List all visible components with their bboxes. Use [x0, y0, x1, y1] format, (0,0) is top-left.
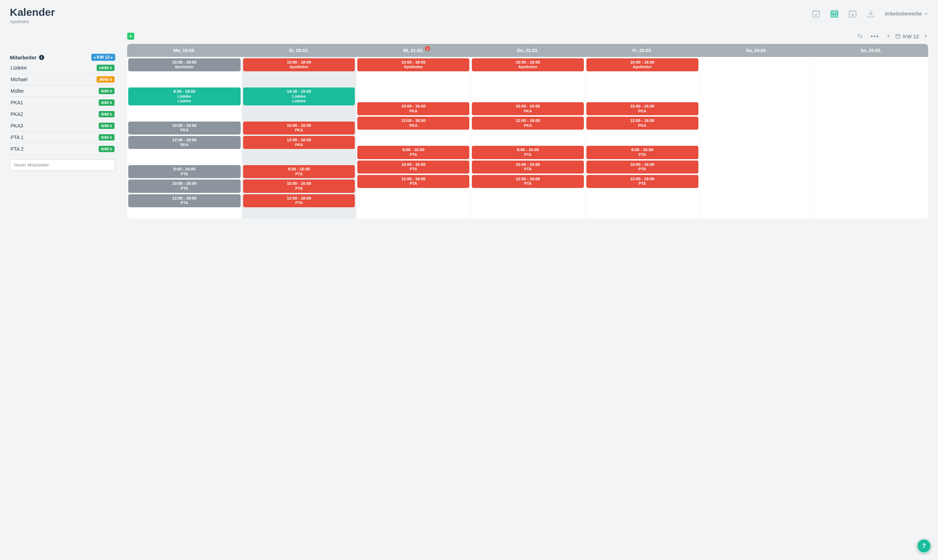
calendar-column[interactable]: 10:00 - 18:00Apotheker10:00 - 16:00PKA12… — [356, 57, 471, 218]
day-header[interactable]: Sa, 24.03. — [700, 44, 814, 57]
employee-row[interactable]: Michael38/40 h — [10, 74, 115, 85]
calendar-check-icon[interactable] — [812, 9, 821, 18]
gear-icon[interactable] — [857, 33, 863, 39]
calendar-column[interactable]: 10:00 - 18:00Apotheker8:30 - 18:00Lüdeke… — [127, 57, 242, 218]
info-icon[interactable]: i — [39, 55, 44, 60]
shift-time: 10:00 - 16:00 — [244, 181, 354, 186]
employee-row[interactable]: PKA10/40 h — [10, 97, 115, 109]
shift-event[interactable]: 12:00 - 18:00PTA — [243, 194, 355, 207]
shift-event[interactable]: 10:00 - 16:00PKA — [128, 122, 241, 135]
shift-event[interactable]: 12:00 - 18:00PTA — [586, 175, 698, 188]
chevron-left-icon[interactable]: ◄ — [93, 55, 96, 59]
shift-event[interactable]: 8:00 - 16:00PTA — [586, 146, 698, 159]
group-spacer — [243, 72, 355, 87]
day-header[interactable]: Mi, 21.03.1 — [356, 44, 471, 57]
shift-event[interactable]: 10:00 - 18:00Apotheker — [472, 58, 584, 71]
shift-time: 12:00 - 18:00 — [359, 118, 468, 123]
new-employee-input[interactable] — [10, 159, 115, 171]
shift-time: 12:00 - 18:00 — [244, 196, 354, 201]
shift-event[interactable]: 10:00 - 16:00PTA — [357, 160, 469, 174]
group-spacer — [128, 150, 241, 165]
group-spacer — [472, 87, 584, 102]
workspaces-dropdown[interactable]: Arbeitsbereiche — [884, 11, 928, 17]
layout: Mitarbeiter i ◄ KW 12 ► Lüdeke14/40 hMic… — [10, 33, 928, 218]
employee-name: Lüdeke — [11, 65, 27, 71]
calendar: Mo, 19.03.Di, 20.03.Mi, 21.03.1Do, 22.03… — [127, 44, 928, 218]
day-label: Fr, 23.03. — [632, 48, 652, 53]
group-spacer — [586, 72, 699, 87]
employee-row[interactable]: Müller0/40 h — [10, 85, 115, 97]
shift-event[interactable]: 10:00 - 16:00PTA — [128, 180, 241, 192]
next-week-button[interactable] — [923, 34, 928, 38]
employee-name: PKA2 — [11, 111, 23, 117]
day-header[interactable]: Di, 20.03. — [242, 44, 356, 57]
employee-row[interactable]: PTA 20/40 h — [10, 143, 115, 155]
sidebar-week-badge[interactable]: ◄ KW 12 ► — [91, 54, 115, 61]
calendar-cancel-icon[interactable] — [848, 9, 857, 18]
shift-event[interactable]: 12:00 - 18:00PTA — [357, 175, 469, 188]
day-header[interactable]: Do, 22.03. — [471, 44, 585, 57]
shift-event[interactable]: 10:00 - 16:00PKA — [243, 122, 355, 135]
shift-label: Lüdeke — [130, 94, 239, 99]
calendar-column[interactable] — [813, 57, 928, 218]
shift-time: 12:00 - 18:00 — [244, 137, 354, 142]
main: KW 12 Mo, 19.03.Di, 20.03.Mi, 21.03.1Do,… — [127, 33, 928, 218]
calendar-column[interactable]: 10:00 - 18:00Apotheker14:30 - 19:00Lüdek… — [242, 57, 356, 218]
employee-row[interactable]: PTA 10/40 h — [10, 132, 115, 143]
shift-event[interactable]: 10:00 - 18:00Apotheker — [586, 58, 698, 71]
svg-rect-3 — [896, 34, 900, 38]
shift-event[interactable]: 10:00 - 16:00PTA — [586, 160, 698, 174]
download-icon[interactable] — [866, 9, 875, 18]
week-picker[interactable]: KW 12 — [895, 33, 919, 39]
employee-row[interactable]: PKA30/40 h — [10, 120, 115, 132]
prev-week-button[interactable] — [886, 34, 891, 38]
shift-event[interactable]: 10:00 - 16:00PTA — [243, 180, 355, 192]
calendar-column[interactable]: 10:00 - 18:00Apotheker10:00 - 16:00PKA12… — [585, 57, 700, 218]
group-spacer — [243, 150, 355, 165]
shift-event[interactable]: 12:00 - 18:00PTA — [472, 175, 584, 188]
more-icon[interactable] — [871, 35, 878, 37]
shift-event[interactable]: 8:30 - 18:00LüdekeLüdeke — [128, 88, 241, 105]
employee-name: PTA 1 — [11, 135, 23, 140]
shift-event[interactable]: 14:30 - 19:00LüdekeLüdeke — [243, 88, 355, 105]
shift-event[interactable]: 10:00 - 18:00Apotheker — [128, 58, 241, 71]
shift-time: 10:00 - 18:00 — [473, 60, 583, 65]
shift-time: 8:00 - 16:00 — [588, 147, 697, 152]
shift-time: 12:00 - 18:00 — [588, 118, 697, 123]
shift-event[interactable]: 10:00 - 18:00Apotheker — [357, 58, 469, 71]
shift-event[interactable]: 8:00 - 16:00PTA — [243, 165, 355, 178]
shift-event[interactable]: 10:00 - 16:00PKA — [472, 102, 584, 115]
shift-event[interactable]: 8:00 - 16:00PTA — [472, 146, 584, 159]
group-spacer — [472, 72, 584, 87]
day-header[interactable]: Mo, 19.03. — [127, 44, 242, 57]
shift-event[interactable]: 8:00 - 16:00PTA — [357, 146, 469, 159]
shift-time: 8:00 - 16:00 — [359, 147, 468, 152]
shift-event[interactable]: 10:00 - 16:00PKA — [586, 102, 698, 115]
group-spacer — [357, 87, 470, 102]
shift-event[interactable]: 12:00 - 18:00PTA — [128, 194, 241, 207]
shift-event[interactable]: 12:00 - 18:00PKA — [357, 117, 469, 130]
shift-event[interactable]: 10:00 - 18:00Apotheker — [243, 58, 355, 71]
shift-label: Lüdeke — [244, 94, 354, 99]
chevron-right-icon[interactable]: ► — [110, 55, 114, 59]
shift-event[interactable]: 12:00 - 18:00PKA — [472, 117, 584, 130]
employee-row[interactable]: PKA20/40 h — [10, 109, 115, 120]
chevron-down-icon — [924, 12, 928, 16]
shift-event[interactable]: 10:00 - 16:00PTA — [472, 160, 584, 174]
group-spacer — [815, 58, 927, 72]
shift-event[interactable]: 10:00 - 16:00PKA — [357, 102, 469, 115]
shift-event[interactable]: 12:00 - 18:00PKA — [586, 117, 698, 130]
day-header[interactable]: So, 25.03. — [813, 44, 928, 57]
shift-event[interactable]: 12:00 - 18:00PKA — [243, 136, 355, 149]
employee-row[interactable]: Lüdeke14/40 h — [10, 62, 115, 74]
shift-event[interactable]: 12:00 - 18:00PKA — [128, 136, 241, 149]
day-header[interactable]: Fr, 23.03. — [585, 44, 700, 57]
add-shift-button[interactable] — [127, 33, 134, 40]
hours-badge: 14/40 h — [97, 65, 115, 71]
calendar-column[interactable] — [700, 57, 814, 218]
shift-event[interactable]: 8:00 - 16:00PTA — [128, 165, 241, 178]
calendar-grid-icon[interactable] — [830, 9, 839, 18]
help-button[interactable]: ? — [917, 539, 931, 553]
week-nav: KW 12 — [886, 33, 928, 39]
calendar-column[interactable]: 10:00 - 18:00Apotheker10:00 - 16:00PKA12… — [471, 57, 585, 218]
